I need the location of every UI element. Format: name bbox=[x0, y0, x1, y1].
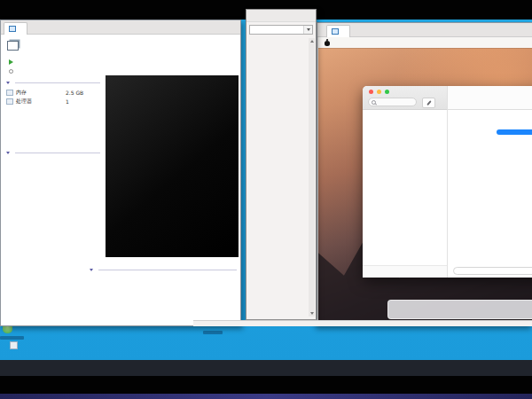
vm-tab-bar bbox=[1, 20, 240, 35]
vm-tab-bar bbox=[317, 23, 532, 37]
divider bbox=[15, 82, 100, 83]
collapse-arrow-icon bbox=[90, 269, 93, 271]
tab-mp01-161154[interactable] bbox=[326, 25, 350, 37]
library-search bbox=[249, 25, 313, 35]
search-icon bbox=[372, 100, 376, 105]
vmware-window-mp01-161154 bbox=[317, 22, 532, 326]
imessage-input[interactable] bbox=[453, 267, 532, 275]
traffic-lights bbox=[369, 90, 389, 94]
macos-dock bbox=[387, 300, 532, 319]
power-on-vm-link[interactable] bbox=[9, 59, 16, 65]
zoom-window-icon[interactable] bbox=[385, 90, 389, 94]
vm-icon bbox=[7, 41, 19, 51]
vm-icon bbox=[332, 28, 339, 35]
messages-search bbox=[368, 98, 417, 106]
vmware-library-panel bbox=[246, 9, 317, 320]
vm-details-section-header[interactable] bbox=[90, 269, 237, 271]
to-field[interactable] bbox=[447, 86, 532, 110]
description-section-header[interactable] bbox=[6, 152, 100, 154]
device-value: 1 bbox=[66, 98, 69, 105]
collapse-arrow-icon bbox=[6, 152, 10, 154]
vm-title-row bbox=[7, 41, 23, 51]
chevron-down-icon bbox=[307, 28, 310, 31]
play-icon bbox=[9, 59, 13, 65]
close-window-icon[interactable] bbox=[369, 90, 373, 94]
messages-window bbox=[363, 86, 532, 278]
pencil-icon bbox=[426, 100, 431, 106]
device-icon bbox=[6, 98, 13, 105]
conversation-list bbox=[363, 110, 447, 278]
vm-icon bbox=[9, 26, 16, 32]
vmware-window-mp01-161153: 内存 2.5 GB 处理器 1 bbox=[0, 20, 241, 326]
messages-toolbar bbox=[363, 86, 447, 110]
apple-menu-icon[interactable] bbox=[325, 40, 330, 46]
outgoing-message-bubble bbox=[497, 129, 532, 135]
macos-vm-screen[interactable] bbox=[318, 37, 532, 321]
desktop-file-icon[interactable] bbox=[10, 341, 18, 349]
messages-search-input[interactable] bbox=[378, 98, 413, 106]
vmware-status-bar bbox=[193, 320, 532, 326]
device-name: 处理器 bbox=[16, 98, 66, 106]
macos-menu-bar bbox=[318, 37, 532, 48]
desktop-shortcut-label bbox=[0, 336, 24, 340]
desktop-shortcut-label bbox=[203, 331, 223, 334]
windows-taskbar bbox=[0, 360, 532, 376]
bottom-strip bbox=[0, 394, 532, 399]
divider bbox=[15, 153, 100, 153]
minimize-window-icon[interactable] bbox=[377, 90, 381, 94]
device-value: 2.5 GB bbox=[66, 90, 83, 96]
devices-section-header[interactable] bbox=[6, 82, 100, 84]
search-dropdown-button[interactable] bbox=[303, 26, 312, 34]
library-scrollbar[interactable] bbox=[309, 38, 315, 317]
device-icon bbox=[6, 90, 13, 96]
vm-console-preview[interactable] bbox=[106, 75, 239, 257]
screen: 内存 2.5 GB 处理器 1 bbox=[0, 0, 532, 399]
处理器-icon[interactable]: 处理器 1 bbox=[6, 98, 100, 106]
scroll-up-icon[interactable] bbox=[310, 40, 314, 43]
tab-mp01-161153[interactable] bbox=[4, 22, 27, 35]
edit-vm-settings-link[interactable] bbox=[9, 69, 16, 74]
library-header bbox=[246, 10, 316, 22]
settings-icon bbox=[9, 69, 13, 74]
scroll-down-icon[interactable] bbox=[310, 312, 314, 315]
desktop-shortcut-icon[interactable] bbox=[3, 325, 12, 333]
collapse-arrow-icon bbox=[6, 82, 10, 84]
devices-list: 内存 2.5 GB 处理器 1 bbox=[6, 89, 100, 106]
message-input-row bbox=[447, 265, 532, 278]
sidebar-footer bbox=[363, 265, 447, 278]
divider bbox=[98, 270, 237, 270]
vm-list bbox=[247, 38, 309, 317]
内存-icon[interactable]: 内存 2.5 GB bbox=[6, 89, 100, 98]
compose-button[interactable] bbox=[422, 98, 435, 108]
library-search-input[interactable] bbox=[250, 27, 303, 33]
chat-pane bbox=[447, 110, 532, 265]
device-name: 内存 bbox=[16, 89, 66, 97]
